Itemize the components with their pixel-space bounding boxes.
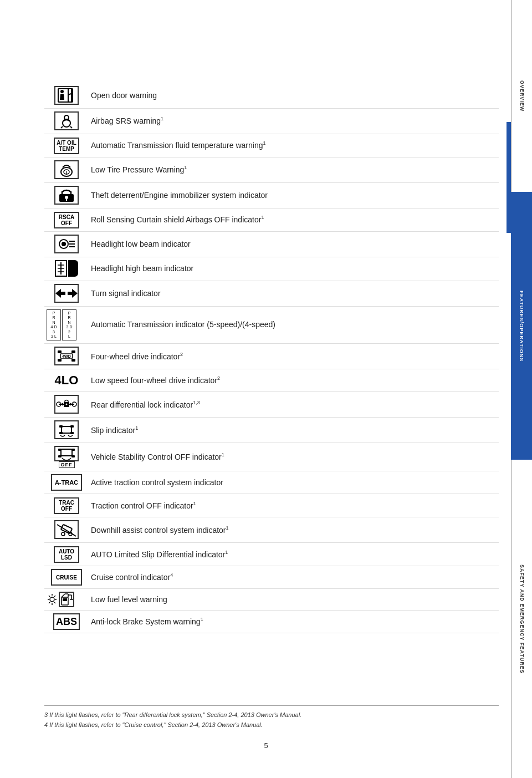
desc-cell: Theft deterrent/Engine immobilizer syste… bbox=[89, 183, 499, 209]
desc-cell: AUTO Limited Slip Differential indicator… bbox=[89, 543, 499, 566]
svg-text:!: ! bbox=[66, 170, 68, 176]
desc-cell: Headlight high beam indicator bbox=[89, 257, 499, 281]
vsc-off-icon: OFF bbox=[47, 446, 86, 468]
svg-rect-28 bbox=[71, 350, 75, 353]
page-number: 5 bbox=[0, 741, 532, 750]
svg-point-53 bbox=[50, 597, 54, 602]
icon-cell: AUTOLSD bbox=[44, 543, 89, 566]
desc-cell: Four-wheel drive indicator2 bbox=[89, 344, 499, 369]
cruise-icon: CRUISE bbox=[51, 569, 82, 586]
icon-cell: A-TRAC bbox=[44, 471, 89, 494]
table-row: Headlight low beam indicator bbox=[44, 232, 499, 257]
rear-diff-lock-icon bbox=[54, 395, 79, 414]
svg-marker-38 bbox=[70, 403, 72, 406]
icon-cell bbox=[44, 232, 89, 257]
svg-rect-63 bbox=[63, 598, 67, 601]
svg-point-3 bbox=[71, 94, 73, 96]
icon-cell bbox=[44, 83, 89, 109]
low-fuel-label: Low fuel level warning bbox=[91, 595, 167, 604]
icon-cell bbox=[44, 281, 89, 307]
desc-cell: Rear differential lock indicator1,3 bbox=[89, 392, 499, 418]
icon-cell: OFF bbox=[44, 443, 89, 471]
footnote-3: 3 If this light flashes, refer to "Rear … bbox=[44, 710, 499, 720]
svg-marker-25 bbox=[68, 289, 78, 298]
svg-line-59 bbox=[54, 602, 55, 603]
table-row: Theft deterrent/Engine immobilizer syste… bbox=[44, 183, 499, 209]
icon-cell: 4LO bbox=[44, 369, 89, 392]
downhill-icon bbox=[54, 520, 79, 539]
sidebar-tab-safety[interactable]: SAFETY AND EMERGENCY FEATURES bbox=[511, 460, 532, 778]
open-door-icon bbox=[54, 86, 79, 105]
table-row: Turn signal indicator bbox=[44, 281, 499, 307]
table-row: Downhill assist control system indicator… bbox=[44, 517, 499, 543]
sidebar-tab-features-label: FEATURES/OPERATIONS bbox=[519, 291, 524, 362]
main-content: Open door warning bbox=[44, 83, 499, 689]
svg-rect-30 bbox=[71, 359, 75, 362]
svg-line-8 bbox=[70, 126, 72, 128]
svg-rect-44 bbox=[61, 449, 72, 456]
table-row: Low fuel level warning bbox=[44, 589, 499, 611]
svg-rect-43 bbox=[70, 432, 74, 434]
icon-cell bbox=[44, 589, 89, 611]
blue-accent-bar bbox=[507, 122, 511, 233]
svg-line-60 bbox=[54, 596, 55, 597]
desc-cell: Airbag SRS warning1 bbox=[89, 109, 499, 134]
desc-cell: Downhill assist control system indicator… bbox=[89, 517, 499, 543]
icon-cell: RSCAOFF bbox=[44, 209, 89, 232]
theft-icon bbox=[54, 186, 79, 205]
rsca-off-icon: RSCAOFF bbox=[54, 212, 79, 228]
desc-cell: Vehicle Stability Control OFF indicator1 bbox=[89, 443, 499, 471]
airbag-icon bbox=[54, 111, 79, 130]
svg-line-67 bbox=[62, 594, 65, 597]
svg-line-58 bbox=[49, 596, 50, 597]
svg-rect-39 bbox=[62, 426, 71, 433]
high-beam-icon bbox=[55, 260, 78, 277]
desc-cell: Traction control OFF indicator1 bbox=[89, 494, 499, 517]
a-trac-icon: A-TRAC bbox=[51, 474, 82, 491]
sidebar-tab-features[interactable]: FEATURES/OPERATIONS bbox=[511, 192, 532, 460]
table-row: RSCAOFF Roll Sensing Curtain shield Airb… bbox=[44, 209, 499, 232]
4lo-icon: 4LO bbox=[53, 372, 80, 389]
desc-cell: Low Tire Pressure Warning1 bbox=[89, 157, 499, 183]
4wd-icon: 4WD bbox=[54, 347, 79, 365]
table-row: ! Low Tire Pressure Warning1 bbox=[44, 157, 499, 183]
sidebar-tab-overview-label: OVERVIEW bbox=[519, 80, 525, 111]
svg-rect-27 bbox=[58, 350, 62, 353]
svg-rect-0 bbox=[58, 89, 71, 102]
icon-cell: CRUISE bbox=[44, 566, 89, 589]
table-row: 4LO Low speed four-wheel drive indicator… bbox=[44, 369, 499, 392]
table-row: Open door warning bbox=[44, 83, 499, 109]
desc-cell: Automatic Transmission indicator (5-spee… bbox=[89, 307, 499, 344]
svg-marker-24 bbox=[55, 289, 65, 298]
table-row: PRN4 D32 L PRN3 D2L Automatic Transmissi… bbox=[44, 307, 499, 344]
desc-cell: Active traction control system indicator bbox=[89, 471, 499, 494]
table-row: Rear differential lock indicator1,3 bbox=[44, 392, 499, 418]
tire-pressure-icon: ! bbox=[54, 160, 79, 179]
svg-rect-41 bbox=[70, 425, 74, 428]
table-row: CRUISE Cruise control indicator4 bbox=[44, 566, 499, 589]
svg-rect-47 bbox=[58, 455, 62, 457]
svg-rect-46 bbox=[71, 449, 75, 451]
desc-cell: Low fuel level warning bbox=[89, 589, 499, 611]
icon-cell bbox=[44, 183, 89, 209]
icon-cell bbox=[44, 109, 89, 134]
footer-notes: 3 If this light flashes, refer to "Rear … bbox=[44, 705, 499, 730]
svg-rect-42 bbox=[59, 432, 63, 434]
low-beam-icon bbox=[54, 235, 79, 253]
icon-cell: 4WD bbox=[44, 344, 89, 369]
low-beam-label: Headlight low beam indicator bbox=[91, 240, 191, 248]
table-row: ABS Anti-lock Brake System warning1 bbox=[44, 611, 499, 633]
desc-cell: Roll Sensing Curtain shield Airbags OFF … bbox=[89, 209, 499, 232]
turn-signal-icon bbox=[54, 284, 79, 303]
svg-point-13 bbox=[65, 196, 68, 199]
svg-line-61 bbox=[49, 602, 50, 603]
low-fuel-icon bbox=[47, 592, 86, 607]
svg-point-16 bbox=[62, 242, 66, 246]
svg-text:4WD: 4WD bbox=[62, 354, 71, 358]
sidebar-tab-overview[interactable]: OVERVIEW bbox=[511, 0, 532, 192]
desc-cell: Automatic Transmission fluid temperature… bbox=[89, 134, 499, 157]
desc-cell: Slip indicator1 bbox=[89, 418, 499, 443]
trac-off-icon: TRACOFF bbox=[54, 497, 79, 514]
slip-icon bbox=[54, 420, 79, 439]
icon-cell bbox=[44, 392, 89, 418]
